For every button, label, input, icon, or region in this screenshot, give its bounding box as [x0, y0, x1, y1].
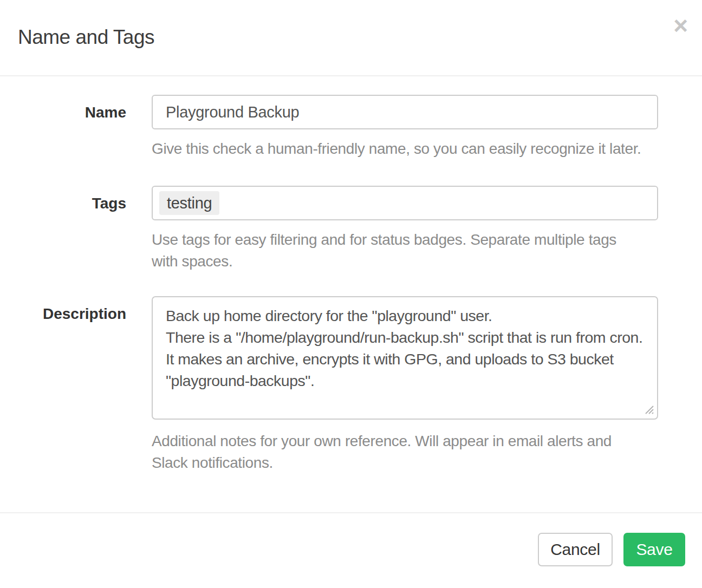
name-input[interactable]: [152, 95, 658, 129]
tag-token[interactable]: testing: [159, 191, 219, 215]
save-button[interactable]: Save: [623, 533, 685, 566]
name-label: Name: [18, 95, 126, 121]
name-field-row: Name Give this check a human-friendly na…: [0, 95, 702, 160]
name-and-tags-dialog: Name and Tags × Name Give this check a h…: [0, 0, 702, 588]
cancel-button[interactable]: Cancel: [538, 533, 613, 566]
dialog-header: Name and Tags ×: [0, 0, 702, 76]
resize-handle-icon[interactable]: [642, 403, 654, 417]
tags-label: Tags: [18, 186, 126, 212]
tags-help-text: Use tags for easy filtering and for stat…: [152, 229, 658, 272]
dialog-title: Name and Tags: [18, 27, 154, 47]
tags-field-row: Tags testing Use tags for easy filtering…: [0, 186, 702, 272]
description-field-row: Description Back up home directory for t…: [0, 296, 702, 474]
description-textarea[interactable]: Back up home directory for the "playgrou…: [152, 296, 658, 420]
name-help-text: Give this check a human-friendly name, s…: [152, 138, 658, 160]
tags-input[interactable]: testing: [152, 186, 658, 220]
dialog-body: Name Give this check a human-friendly na…: [0, 76, 702, 512]
description-label: Description: [18, 296, 126, 323]
dialog-footer: Cancel Save: [0, 512, 702, 584]
close-icon[interactable]: ×: [673, 13, 688, 38]
description-help-text: Additional notes for your own reference.…: [152, 430, 658, 474]
